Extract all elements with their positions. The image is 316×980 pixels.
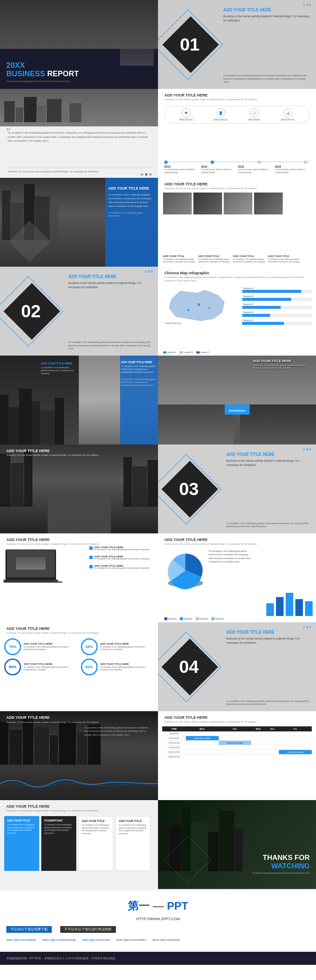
text-cols: ADD YOUR TITLE To complete in the challe… — [163, 255, 301, 263]
content-block: ADD YOUR TITLE HERE Business is the huma… — [223, 8, 312, 23]
td-6-empty — [186, 755, 312, 759]
mini-bar-1 — [266, 603, 274, 616]
card-1-body: To complete in the challenging global en… — [7, 824, 36, 835]
text-col-4: ADD YOUR TITLE To complete in the challe… — [268, 255, 301, 263]
slide-body-03: Business is the human activity related t… — [226, 459, 313, 467]
td-4-time: 13:00-15:00 — [162, 745, 186, 750]
laptop-title: ADD YOUR TITLE HERE — [6, 538, 50, 542]
timeline-labels: 2014 It is the human activity related to… — [164, 165, 310, 174]
legend-brand4: BRAND4 — [212, 617, 224, 620]
building-right — [120, 40, 154, 66]
item-text-2: ADD YOUR TITLE HERE To complete in the c… — [94, 555, 150, 560]
site-3[interactable]: www.1ppt.com/sucai/ — [82, 938, 110, 941]
site-paid-2[interactable]: www.1ppt.com/sucai/ — [153, 938, 180, 941]
stat-4: 85% ADD YOUR TITLE HERE To complete in t… — [81, 659, 154, 675]
slide-row-5: ADD YOUR TITLE HERE To complete in the c… — [0, 356, 316, 444]
slide-stats: ADD YOUR TITLE HERE Summary: It is the h… — [0, 622, 158, 711]
map-dot-2 — [187, 309, 190, 311]
td-5-tue — [219, 750, 252, 755]
legend-brand1: BRAND1 — [164, 617, 177, 620]
pie-chart — [164, 549, 206, 593]
table-header-row: TIME Mon. Tue. Wed. Thu. Fri. — [162, 726, 312, 731]
pie-title: ADD YOUR TITLE HERE — [164, 538, 208, 542]
list-item-3: ADD YOUR TITLE HERE To complete in the c… — [89, 565, 155, 570]
slide-pie: ADD YOUR TITLE HERE Summary: It is the h… — [158, 533, 316, 622]
slide-row-9: ADD YOUR TITLE HERE Summary: It is the h… — [0, 711, 316, 800]
content-block-03: ADD YOUR TITLE HERE Business is the huma… — [226, 452, 313, 467]
td-2-thu — [266, 736, 279, 741]
table-row-2: 9:00-10:00 Upcoming subject — [162, 736, 312, 741]
business-text: BUSINESS REPORT — [6, 70, 79, 78]
dot-1[interactable] — [141, 173, 143, 176]
slide-dots — [141, 173, 152, 176]
left-body: To complete in the challenging global en… — [41, 366, 75, 375]
slide-laptop: ADD YOUR TITLE HERE Summary: It is the h… — [0, 533, 158, 622]
cards-title: ADD YOUR TITLE HERE — [6, 804, 50, 809]
stat-circle-4: 85% — [81, 659, 98, 675]
th-mon: Mon. — [186, 726, 219, 731]
left-content: ADD YOUR TITLE HERE To complete in the c… — [41, 362, 75, 375]
cxs-logo: CXS — [303, 3, 312, 6]
table-container: TIME Mon. Tue. Wed. Thu. Fri. 8:00-9:00 … — [162, 726, 312, 759]
slide-title-04: ADD YOUR TITLE HERE — [226, 630, 313, 635]
watching-text: WATCHING — [253, 862, 310, 870]
card-2-title: POWERPOINT — [44, 819, 73, 822]
slide-row-6: ADD YOUR TITLE HERE Summary: It is the h… — [0, 444, 316, 533]
dot-tl-3 — [257, 161, 261, 164]
img-4 — [254, 193, 283, 214]
laptop-subtitle: Summary: It is the human activity relate… — [6, 543, 152, 545]
stat-info-3: ADD YOUR TITLE HERE To complete in the c… — [24, 663, 78, 671]
table-row-6: 18:00-21:00 — [162, 755, 312, 759]
mini-bar-2 — [276, 597, 284, 616]
pie-subtitle: Summary: It is the human activity relate… — [164, 543, 310, 545]
dot-2[interactable] — [145, 173, 147, 176]
site-paid-1[interactable]: www.1ppt.com/moban/ — [116, 938, 146, 941]
slide-number-03: 03 — [179, 479, 199, 499]
tl-item-4: 2018 It is the human activity related to… — [275, 165, 310, 174]
item-dot-3 — [89, 565, 93, 568]
slide-cards: ADD YOUR TITLE HERE Summary: It is the h… — [0, 800, 158, 889]
site-2[interactable]: www.1ppt.com/jiaocheng/ — [43, 938, 76, 941]
tl-item-1: 2014 It is the human activity related to… — [164, 165, 199, 174]
td-3-wed — [251, 741, 265, 745]
permission-tags: 可以在以下地址免费下载 不可以在以下地址进行商业授权 — [6, 926, 310, 933]
td-5-thu — [266, 750, 279, 755]
stats-grid: 75% ADD YOUR TITLE HERE To complete in t… — [4, 638, 154, 675]
legend-3: Legend C — [196, 351, 210, 353]
stat-body-4: To complete in the challenging global en… — [100, 666, 154, 671]
screen-img — [16, 557, 46, 570]
right-panel: ADD YOUR TITLE HERE To complete in the c… — [79, 356, 158, 444]
pie-svg — [164, 549, 206, 592]
slide-row-1: 20XX BUSINESS REPORT PowerPoint Template… — [0, 0, 316, 89]
slide-city-wide: ADD YOUR TITLE HERE To complete in the c… — [0, 178, 158, 267]
sub-text: PowerPoint Template Designed By Mr.Cai w… — [6, 80, 79, 83]
stat-num-2: 48% — [85, 645, 93, 649]
logo-dash: — — [153, 900, 164, 912]
slide-features: ADD YOUR TITLE HERE Summary: It is the h… — [158, 89, 316, 178]
dot-3[interactable] — [149, 173, 152, 176]
road-subtitle: Summary: It is the human activity relate… — [6, 454, 152, 456]
cxs-logo-03: CXS — [303, 448, 312, 451]
bottom-text-03: To complete in the challenging global en… — [226, 522, 313, 528]
right-content: ADD YOUR TITLE HERE To complete in the c… — [121, 361, 156, 387]
logo-url: HTTP://WWW.1PPT.COM — [6, 917, 310, 921]
slide-city-photos: Somewhere ADD YOUR TITLE HERE Summary: I… — [158, 356, 316, 444]
buildings-row — [0, 91, 158, 122]
site-list: www.1ppt.com/moban/ www.1ppt.com/jiaoche… — [6, 936, 310, 943]
site-1[interactable]: www.1ppt.com/moban/ — [6, 938, 36, 941]
img-1 — [163, 193, 192, 214]
slide-body: To complete in the challenging global en… — [108, 193, 154, 208]
slide-04: 04 ADD YOUR TITLE HERE Business is the h… — [158, 622, 316, 711]
title-block: 20XX BUSINESS REPORT PowerPoint Template… — [6, 62, 79, 83]
icon-label-2: PERCEPTUAL — [214, 118, 228, 121]
th-wed: Wed. — [251, 726, 265, 731]
slide-body: Business is the human activity related t… — [223, 14, 312, 23]
slide-title: ADD YOUR TITLE HERE — [164, 182, 208, 186]
cxs-logo-02: CXS — [145, 270, 154, 273]
timeline: 2014 It is the human activity related to… — [164, 161, 310, 174]
content-block-02: ADD YOUR TITLE HERE Business is the huma… — [68, 274, 155, 289]
right-body-2: To complete in the challenging global en… — [121, 378, 156, 387]
stat-circle-2: 48% — [81, 638, 98, 655]
col-title-2: ADD YOUR TITLE — [198, 255, 231, 257]
slide-title-03: ADD YOUR TITLE HERE — [226, 452, 313, 457]
